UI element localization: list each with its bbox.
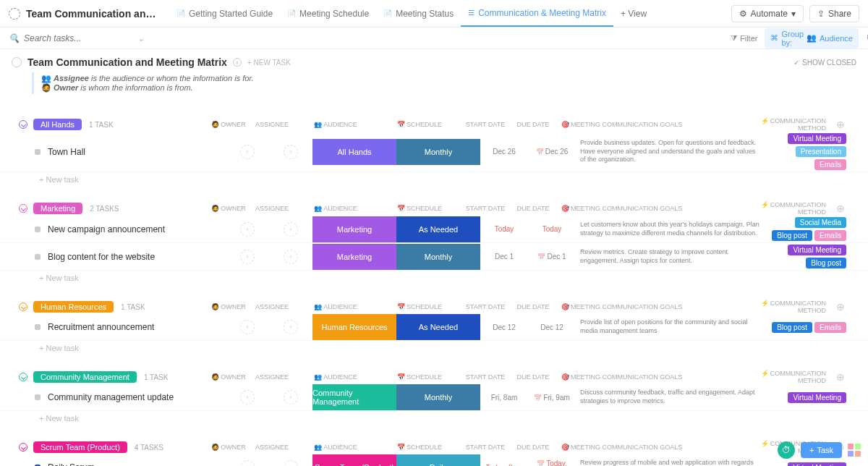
info-icon[interactable]: i [233,58,242,67]
chevron-down-icon[interactable]: ⌄ [137,33,145,43]
due-date[interactable]: Today [528,225,576,233]
col-owner[interactable]: 🧔OWNER [207,121,250,128]
new-task-link[interactable]: + New task [0,411,868,423]
col-audience[interactable]: 👥AUDIENCE [294,205,378,212]
task-row[interactable]: Daily Scrum + + Scrum Team (Product) Dai… [0,454,868,466]
col-add[interactable]: ⊕ [832,301,849,313]
task-row[interactable]: Recruitment announcement + + Human Resou… [0,314,868,341]
method-tag[interactable]: Blog post [772,230,812,241]
method-cell[interactable]: Virtual Meeting [764,391,851,404]
method-cell[interactable]: Blog postEmails [764,321,851,334]
due-date[interactable]: 📅Dec 26 [528,148,576,156]
schedule-cell[interactable]: Monthly [396,244,480,270]
goals-cell[interactable]: Review metrics. Create strategy to impro… [576,245,764,268]
method-tag[interactable]: Emails [814,230,846,241]
task-name[interactable]: Recruitment announcement [48,322,226,332]
assignee-cell[interactable]: + [269,460,312,466]
collapse-icon[interactable] [19,120,27,129]
groupby-button[interactable]: ⌘ Group by: 👥 Audience [765,28,858,48]
new-task-fab[interactable]: +Task [801,442,842,458]
audience-cell[interactable]: Community Management [312,384,396,410]
col-due[interactable]: DUE DATE [509,121,557,128]
audience-cell[interactable]: Marketing [312,216,396,242]
record-button[interactable]: ⏱ [778,441,795,459]
start-date[interactable]: Today, 8am [480,464,528,467]
tab-3[interactable]: ☰Communication & Meeting Matrix [461,0,613,27]
method-tag[interactable]: Presentation [796,146,846,157]
schedule-cell[interactable]: Monthly [396,139,480,165]
group-chip[interactable]: All Hands [33,119,82,130]
due-date[interactable]: 📅Fri, 9am [528,394,576,402]
due-date[interactable]: 📅Today, 9:15am [528,459,576,466]
schedule-cell[interactable]: Monthly [396,384,480,410]
col-schedule[interactable]: 📅SCHEDULE [378,373,461,381]
audience-cell[interactable]: Scrum Team (Product) [312,454,396,466]
status-dot[interactable] [35,254,41,260]
col-goals[interactable]: 🎯MEETING COMMUNICATION GOALS [557,373,745,381]
owner-cell[interactable]: + [226,222,269,237]
col-start[interactable]: START DATE [461,373,509,381]
col-goals[interactable]: 🎯MEETING COMMUNICATION GOALS [557,121,745,128]
task-name[interactable]: New campaign announcement [48,224,226,234]
method-tag[interactable]: Virtual Meeting [788,462,846,467]
method-tag[interactable]: Emails [814,159,846,170]
method-tag[interactable]: Virtual Meeting [788,245,846,255]
goals-cell[interactable]: Let customers know about this year's hol… [576,218,764,240]
col-due[interactable]: DUE DATE [509,303,557,310]
col-assignee[interactable]: ASSIGNEE [250,373,294,381]
apps-grid-icon[interactable] [848,444,861,457]
col-assignee[interactable]: ASSIGNEE [250,121,294,128]
col-owner[interactable]: 🧔OWNER [207,205,250,212]
col-goals[interactable]: 🎯MEETING COMMUNICATION GOALS [557,444,745,451]
task-name[interactable]: Daily Scrum [48,462,226,466]
doc-title[interactable]: Team Communication and Meeting Ma... [26,8,156,20]
goals-cell[interactable]: Provide business updates. Open for quest… [576,136,764,167]
start-date[interactable]: Dec 1 [480,253,528,260]
col-audience[interactable]: 👥AUDIENCE [294,373,378,381]
col-add[interactable]: ⊕ [832,119,849,130]
filter-button[interactable]: ⧩Filter [731,33,757,43]
task-row[interactable]: New campaign announcement + + Marketing … [0,216,868,243]
assignee-cell[interactable]: + [269,250,312,264]
owner-cell[interactable]: + [226,250,269,264]
col-audience[interactable]: 👥AUDIENCE [294,303,378,310]
owner-cell[interactable]: + [226,320,269,334]
col-add[interactable]: ⊕ [832,203,849,214]
new-task-chip[interactable]: + NEW TASK [247,59,291,67]
show-closed-button[interactable]: ✓SHOW CLOSED [793,59,856,67]
group-chip[interactable]: Marketing [33,203,82,214]
search-input[interactable] [24,33,133,43]
col-schedule[interactable]: 📅SCHEDULE [378,205,461,212]
owner-cell[interactable]: + [226,145,269,159]
col-owner[interactable]: 🧔OWNER [207,444,250,451]
col-audience[interactable]: 👥AUDIENCE [294,444,378,451]
status-dot[interactable] [35,149,41,155]
status-dot[interactable] [35,226,41,232]
method-tag[interactable]: Virtual Meeting [788,392,846,403]
col-method[interactable]: ⚡COMMUNICATION METHOD [745,300,832,314]
goals-cell[interactable]: Provide list of open positions for the c… [576,315,764,338]
due-date[interactable]: 📅Dec 1 [528,253,576,260]
col-start[interactable]: START DATE [461,303,509,310]
col-audience[interactable]: 👥AUDIENCE [294,121,378,128]
col-schedule[interactable]: 📅SCHEDULE [378,444,461,451]
owner-cell[interactable]: + [226,390,269,404]
task-name[interactable]: Community management update [48,392,226,402]
method-tag[interactable]: Blog post [806,258,846,268]
group-chip[interactable]: Scrum Team (Product) [33,441,127,453]
col-method[interactable]: ⚡COMMUNICATION METHOD [745,117,832,132]
collapse-icon[interactable] [19,443,27,452]
assignee-cell[interactable]: + [269,320,312,334]
col-method[interactable]: ⚡COMMUNICATION METHOD [745,201,832,216]
schedule-cell[interactable]: Daily [396,454,480,466]
task-row[interactable]: Blog content for the website + + Marketi… [0,243,868,271]
audience-cell[interactable]: Human Resources [312,314,396,340]
automate-button[interactable]: ⚙ Automate ▾ [731,5,804,22]
col-start[interactable]: START DATE [461,444,509,451]
new-task-link[interactable]: + New task [0,341,868,352]
method-cell[interactable]: Social MediaBlog postEmails [764,216,851,242]
search-zone[interactable]: 🔍 ⌄ [9,33,723,43]
task-row[interactable]: Town Hall + + All Hands Monthly Dec 26 📅… [0,132,868,172]
method-tag[interactable]: Social Media [795,217,846,228]
start-date[interactable]: Today [480,225,528,233]
